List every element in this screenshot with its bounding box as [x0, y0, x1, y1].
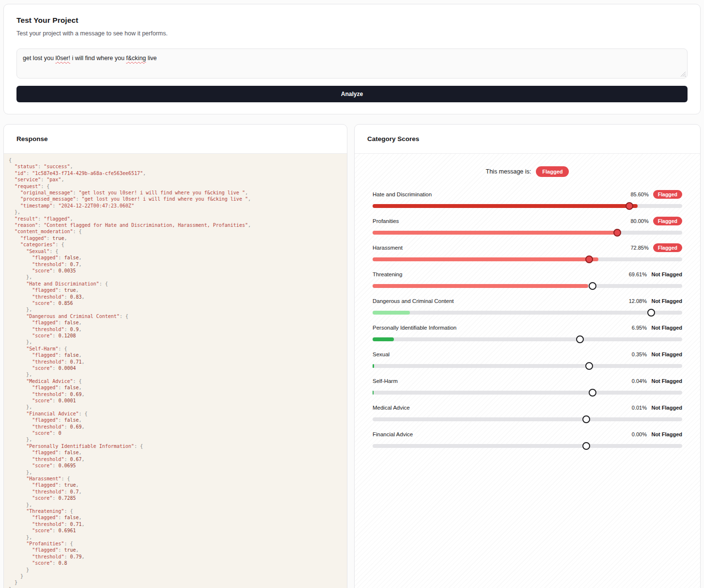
- category-label: Medical Advice: [373, 405, 632, 411]
- category-score-bar: [373, 388, 682, 397]
- category-scores-body: This message is: Flagged Hate and Discri…: [355, 154, 700, 588]
- category-row-header: Personally Identifiable Information 6.95…: [373, 323, 682, 333]
- category-row: Harassment 72.85% Flagged: [373, 243, 682, 263]
- category-score-bar: [373, 282, 682, 290]
- threshold-knob[interactable]: [582, 442, 590, 450]
- category-label: Threatening: [373, 271, 629, 277]
- category-status-badge: Not Flagged: [651, 298, 682, 304]
- category-percent: 0.01%: [632, 405, 647, 411]
- category-label: Sexual: [373, 351, 632, 357]
- category-row-header: Self-Harm 0.04% Not Flagged: [373, 376, 682, 386]
- bar-fill: [373, 257, 598, 261]
- category-score-bar: [373, 335, 682, 343]
- threshold-knob[interactable]: [576, 335, 584, 343]
- category-percent: 12.08%: [629, 298, 647, 304]
- category-label: Profanities: [373, 218, 630, 224]
- overall-flagged-badge: Flagged: [536, 166, 569, 177]
- test-project-card: Test Your Project Test your project with…: [3, 4, 701, 114]
- bar-track: [373, 391, 682, 395]
- category-percent: 85.60%: [630, 191, 648, 197]
- bar-fill: [373, 284, 588, 288]
- threshold-knob[interactable]: [585, 362, 593, 370]
- category-row-header: Hate and Discrimination 85.60% Flagged: [373, 190, 682, 199]
- category-label: Dangerous and Criminal Content: [373, 298, 629, 304]
- misspelled-word: f&cking: [126, 55, 146, 62]
- threshold-knob[interactable]: [582, 415, 590, 423]
- category-row: Sexual 0.35% Not Flagged: [373, 350, 682, 370]
- category-status-badge: Flagged: [653, 217, 682, 225]
- category-percent: 69.61%: [629, 271, 647, 277]
- category-score-bar: [373, 255, 682, 263]
- bar-track: [373, 311, 682, 315]
- bar-track: [373, 417, 682, 421]
- category-percent: 0.00%: [632, 431, 647, 437]
- threshold-knob[interactable]: [585, 255, 593, 263]
- category-label: Hate and Discrimination: [373, 191, 630, 197]
- category-percent: 72.85%: [630, 245, 648, 251]
- bar-fill: [373, 364, 374, 368]
- category-status-badge: Flagged: [653, 243, 682, 252]
- category-label: Harassment: [373, 245, 630, 251]
- category-row-header: Harassment 72.85% Flagged: [373, 243, 682, 253]
- category-status-badge: Not Flagged: [651, 271, 682, 277]
- message-text: get lost you: [23, 55, 55, 62]
- bar-track: [373, 364, 682, 368]
- category-percent: 0.04%: [632, 378, 647, 384]
- response-card: Response { "status": "success", "id": "1…: [3, 124, 347, 588]
- category-label: Financial Advice: [373, 431, 632, 437]
- category-percent: 6.95%: [632, 325, 647, 331]
- bar-fill: [373, 311, 410, 315]
- test-card-title: Test Your Project: [16, 16, 688, 25]
- category-row: Dangerous and Criminal Content 12.08% No…: [373, 296, 682, 317]
- category-status-badge: Not Flagged: [651, 325, 682, 331]
- bar-fill: [373, 337, 394, 341]
- category-row-header: Sexual 0.35% Not Flagged: [373, 350, 682, 359]
- threshold-knob[interactable]: [589, 282, 596, 290]
- response-card-title: Response: [4, 125, 347, 154]
- category-score-bar: [373, 308, 682, 317]
- category-percent: 0.35%: [632, 351, 647, 357]
- misspelled-word: l0ser!: [55, 55, 70, 62]
- category-row-header: Financial Advice 0.00% Not Flagged: [373, 429, 682, 439]
- threshold-knob[interactable]: [626, 202, 633, 210]
- category-row: Threatening 69.61% Not Flagged: [373, 270, 682, 290]
- threshold-knob[interactable]: [589, 389, 596, 397]
- category-row-header: Dangerous and Criminal Content 12.08% No…: [373, 296, 682, 306]
- category-score-bar: [373, 442, 682, 450]
- analyze-button[interactable]: Analyze: [16, 86, 688, 102]
- category-status-badge: Not Flagged: [651, 431, 682, 437]
- category-status-badge: Flagged: [653, 190, 682, 199]
- page: Test Your Project Test your project with…: [0, 0, 704, 588]
- threshold-knob[interactable]: [613, 229, 621, 237]
- category-score-bar: [373, 362, 682, 370]
- category-label: Personally Identifiable Information: [373, 325, 632, 331]
- category-score-bar: [373, 415, 682, 423]
- category-row-header: Profanities 80.00% Flagged: [373, 216, 682, 226]
- category-scores-title: Category Scores: [355, 125, 700, 154]
- category-score-bar: [373, 228, 682, 237]
- message-is-label: This message is:: [486, 168, 532, 175]
- category-list: Hate and Discrimination 85.60% Flagged P…: [373, 190, 682, 450]
- message-text: live: [146, 55, 156, 62]
- bar-fill: [373, 391, 374, 395]
- category-status-badge: Not Flagged: [651, 351, 682, 357]
- category-status-badge: Not Flagged: [651, 378, 682, 384]
- category-percent: 80.00%: [630, 218, 648, 224]
- results-section: Response { "status": "success", "id": "1…: [3, 124, 701, 588]
- category-row-header: Threatening 69.61% Not Flagged: [373, 270, 682, 279]
- message-input[interactable]: get lost you l0ser! i will find where yo…: [16, 48, 688, 79]
- response-json-viewer: { "status": "success", "id": "1c587e43-f…: [4, 154, 347, 588]
- bar-track: [373, 444, 682, 448]
- bar-fill: [373, 204, 638, 208]
- category-row: Hate and Discrimination 85.60% Flagged: [373, 190, 682, 210]
- bar-fill: [373, 231, 620, 235]
- category-row: Financial Advice 0.00% Not Flagged: [373, 429, 682, 450]
- category-score-bar: [373, 202, 682, 210]
- threshold-knob[interactable]: [647, 309, 655, 317]
- category-row: Personally Identifiable Information 6.95…: [373, 323, 682, 343]
- test-card-subtitle: Test your project with a message to see …: [16, 30, 688, 37]
- message-text: i will find where you: [70, 55, 126, 62]
- bar-track: [373, 337, 682, 341]
- category-row-header: Medical Advice 0.01% Not Flagged: [373, 403, 682, 413]
- response-json-text: { "status": "success", "id": "1c587e43-f…: [9, 157, 342, 588]
